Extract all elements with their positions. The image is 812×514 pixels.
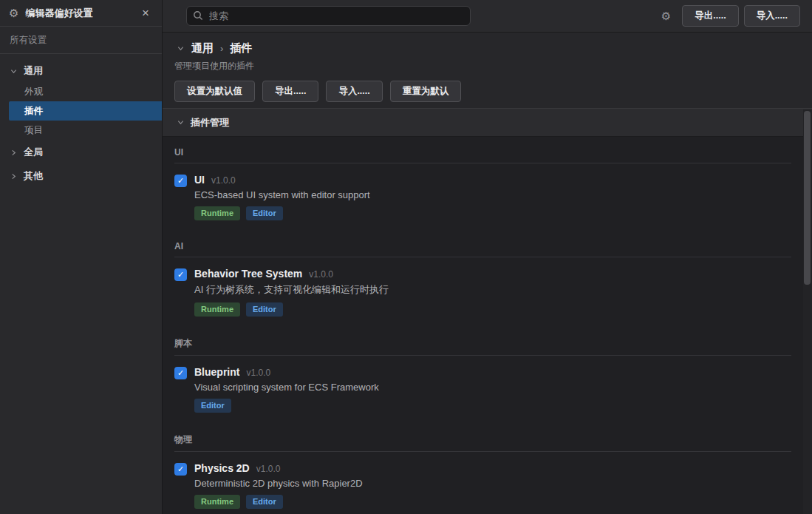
category-label: 脚本 — [174, 337, 791, 356]
plugin-category-script: 脚本 ✓ Blueprint v1.0.0 Visual scripting s… — [174, 327, 791, 423]
chevron-down-icon[interactable] — [177, 45, 185, 53]
all-settings-label: 所有设置 — [0, 27, 162, 54]
page-title: 插件 — [230, 41, 252, 55]
topbar: ⚙ 导出..... 导入..... — [163, 0, 812, 33]
gear-icon: ⚙ — [9, 7, 18, 18]
reset-default-button[interactable]: 重置为默认 — [390, 81, 462, 102]
plugin-info: Blueprint v1.0.0 Visual scripting system… — [194, 366, 379, 413]
breadcrumb-section: 通用 — [191, 41, 214, 55]
plugin-row: ✓ Physics 2D v1.0.0 Deterministic 2D phy… — [174, 452, 791, 514]
plugin-description: ECS-based UI system with editor support — [194, 189, 370, 200]
plugin-version: v1.0.0 — [211, 175, 236, 186]
category-label: 物理 — [174, 433, 791, 452]
plugin-category-ui: UI ✓ UI v1.0.0 ECS-based UI system with … — [174, 137, 791, 231]
breadcrumb: 通用 › 插件 — [177, 41, 800, 55]
nav-group-global: 全局 — [0, 141, 162, 163]
plugin-description: Visual scripting system for ECS Framewor… — [194, 382, 379, 393]
page-description: 管理项目使用的插件 — [174, 60, 800, 72]
plugin-info: Physics 2D v1.0.0 Deterministic 2D physi… — [194, 462, 363, 509]
plugin-list: UI ✓ UI v1.0.0 ECS-based UI system with … — [163, 137, 812, 514]
nav-group-label: 通用 — [24, 64, 43, 78]
page-header: 通用 › 插件 管理项目使用的插件 设置为默认值 导出..... 导入.....… — [163, 33, 812, 109]
editor-badge: Editor — [194, 399, 231, 413]
plugin-enabled-checkbox[interactable]: ✓ — [174, 175, 187, 187]
import-button[interactable]: 导入..... — [744, 5, 800, 27]
runtime-badge: Runtime — [194, 495, 240, 509]
settings-nav: 通用 外观 插件 项目 全局 其他 — [0, 54, 162, 187]
plugin-management-title: 插件管理 — [191, 116, 229, 129]
scrollbar-track[interactable] — [803, 109, 812, 514]
plugin-category-ai: AI ✓ Behavior Tree System v1.0.0 AI 行为树系… — [174, 231, 791, 327]
category-label: AI — [174, 241, 791, 257]
plugin-name: Physics 2D — [194, 462, 250, 474]
nav-group-general: 通用 外观 插件 项目 — [0, 60, 162, 140]
editor-badge: Editor — [246, 302, 283, 317]
settings-sidebar: ⚙ 编辑器偏好设置 × 所有设置 通用 外观 插件 项目 — [0, 0, 163, 514]
nav-group-other: 其他 — [0, 165, 162, 187]
export-button[interactable]: 导出..... — [262, 81, 318, 102]
nav-group-label: 其他 — [24, 169, 43, 183]
header-actions: 设置为默认值 导出..... 导入..... 重置为默认 — [174, 81, 800, 102]
chevron-down-icon — [10, 68, 17, 75]
plugin-version: v1.0.0 — [256, 464, 281, 474]
plugin-name: Behavior Tree System — [194, 268, 302, 280]
plugin-row: ✓ UI v1.0.0 ECS-based UI system with edi… — [174, 163, 791, 231]
plugin-badges: Runtime Editor — [194, 206, 370, 220]
plugin-enabled-checkbox[interactable]: ✓ — [174, 367, 187, 379]
topbar-actions: ⚙ 导出..... 导入..... — [661, 5, 800, 27]
import-button[interactable]: 导入..... — [326, 81, 382, 102]
plugin-row: ✓ Blueprint v1.0.0 Visual scripting syst… — [174, 356, 791, 423]
plugin-version: v1.0.0 — [309, 269, 333, 280]
sidebar-item-plugins[interactable]: 插件 — [9, 101, 162, 121]
plugin-name: Blueprint — [194, 366, 239, 378]
search-box — [186, 6, 471, 26]
plugin-description: Deterministic 2D physics with Rapier2D — [194, 478, 363, 489]
plugin-description: AI 行为树系统，支持可视化编辑和运行时执行 — [194, 283, 389, 297]
nav-group-header-general[interactable]: 通用 — [0, 60, 162, 82]
set-default-button[interactable]: 设置为默认值 — [174, 81, 255, 102]
panel-title: 编辑器偏好设置 — [25, 7, 132, 20]
main-panel: ⚙ 导出..... 导入..... 通用 › 插件 管理项目使用的插件 设置为默… — [163, 0, 812, 514]
editor-badge: Editor — [246, 495, 283, 509]
chevron-down-icon — [177, 119, 184, 126]
search-icon — [193, 10, 203, 21]
plugin-badges: Runtime Editor — [194, 302, 389, 317]
sidebar-item-project[interactable]: 项目 — [0, 121, 162, 140]
nav-group-header-other[interactable]: 其他 — [0, 165, 162, 187]
plugin-badges: Editor — [194, 399, 379, 413]
sidebar-header: ⚙ 编辑器偏好设置 × — [0, 0, 162, 27]
chevron-right-icon — [10, 173, 17, 180]
plugin-info: UI v1.0.0 ECS-based UI system with edito… — [194, 174, 370, 220]
plugin-info: Behavior Tree System v1.0.0 AI 行为树系统，支持可… — [194, 268, 389, 317]
scrollbar-thumb[interactable] — [804, 111, 811, 285]
category-label: UI — [174, 147, 791, 163]
plugin-version: v1.0.0 — [246, 368, 270, 378]
preferences-window: ⚙ 编辑器偏好设置 × 所有设置 通用 外观 插件 项目 — [0, 0, 812, 514]
gear-icon[interactable]: ⚙ — [661, 10, 671, 21]
plugin-management-header[interactable]: 插件管理 — [163, 109, 812, 137]
plugin-name: UI — [194, 174, 205, 186]
runtime-badge: Runtime — [194, 206, 240, 220]
breadcrumb-separator: › — [220, 43, 223, 54]
plugin-category-physics: 物理 ✓ Physics 2D v1.0.0 Deterministic 2D … — [174, 423, 791, 514]
search-input[interactable] — [186, 6, 471, 26]
nav-group-header-global[interactable]: 全局 — [0, 141, 162, 163]
runtime-badge: Runtime — [194, 302, 240, 317]
close-icon[interactable]: × — [138, 6, 153, 21]
export-button[interactable]: 导出..... — [682, 5, 738, 27]
nav-group-label: 全局 — [24, 146, 43, 159]
plugin-enabled-checkbox[interactable]: ✓ — [174, 463, 187, 476]
sidebar-item-appearance[interactable]: 外观 — [0, 82, 162, 101]
plugin-row: ✓ Behavior Tree System v1.0.0 AI 行为树系统，支… — [174, 257, 791, 327]
plugin-badges: Runtime Editor — [194, 495, 363, 509]
plugin-enabled-checkbox[interactable]: ✓ — [174, 268, 187, 281]
chevron-right-icon — [10, 149, 17, 156]
editor-badge: Editor — [246, 206, 283, 220]
